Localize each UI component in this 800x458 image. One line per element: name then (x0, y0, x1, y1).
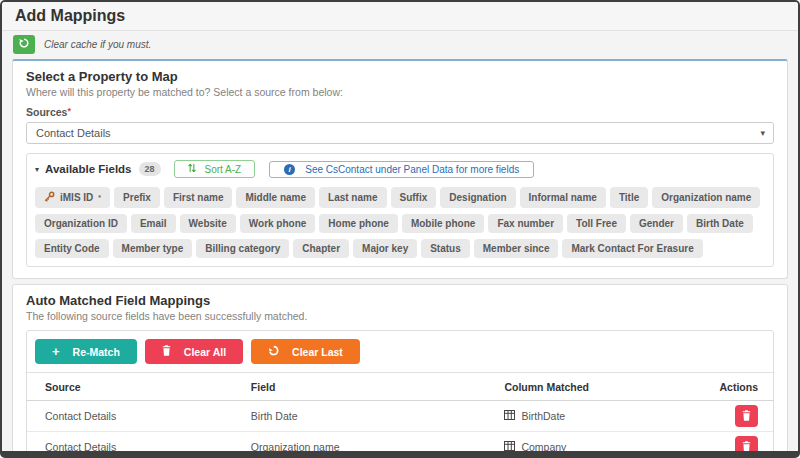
field-chip[interactable]: Mark Contact For Erasure (562, 239, 702, 258)
delete-mapping-button[interactable] (735, 436, 758, 458)
select-property-subtitle: Where will this property be matched to? … (26, 86, 774, 98)
sort-az-button[interactable]: Sort A-Z (174, 160, 256, 178)
recycle-icon (18, 37, 30, 52)
col-header-actions: Actions (713, 373, 773, 401)
sources-select[interactable]: Contact Details ▾ (26, 122, 774, 144)
field-chip-label: Entity Code (44, 243, 100, 254)
cscontact-info-label: See CsContact under Panel Data for more … (305, 164, 519, 175)
field-chip-label: Last name (328, 192, 377, 203)
field-chip[interactable]: Title (610, 187, 648, 208)
field-chip-label: Home phone (328, 218, 389, 229)
clear-last-button[interactable]: Clear Last (251, 339, 360, 364)
undo-icon (268, 345, 279, 358)
field-chip-label: Suffix (400, 192, 428, 203)
trash-icon (162, 345, 171, 358)
field-chip-label: Gender (639, 218, 674, 229)
page-title: Add Mappings (15, 7, 786, 25)
available-fields-toggle[interactable]: ▾ Available Fields (35, 163, 132, 175)
field-chip[interactable]: Work phone (240, 214, 316, 233)
field-chip[interactable]: Informal name (520, 187, 606, 208)
field-chip-label: Billing category (205, 243, 280, 254)
field-chip[interactable]: Billing category (196, 239, 289, 258)
clear-last-label: Clear Last (292, 346, 343, 358)
field-chip[interactable]: Designation (440, 187, 515, 208)
field-chip[interactable]: First name (164, 187, 233, 208)
field-chip-label: Major key (362, 243, 408, 254)
field-chip-label: Birth Date (696, 218, 744, 229)
clear-all-button[interactable]: Clear All (145, 339, 243, 364)
rematch-button[interactable]: + Re-Match (35, 339, 137, 364)
cell-column-matched: Company (504, 432, 713, 458)
field-chip-label: Chapter (302, 243, 340, 254)
field-chip-label: Title (619, 192, 639, 203)
key-icon (44, 191, 55, 204)
field-chip[interactable]: Website (180, 214, 236, 233)
field-chip-label: Mobile phone (411, 218, 475, 229)
field-chip-label: Website (189, 218, 227, 229)
field-chip[interactable]: Prefix (114, 187, 160, 208)
field-chip[interactable]: Home phone (319, 214, 398, 233)
field-chip[interactable]: Email (131, 214, 176, 233)
field-chip[interactable]: Toll Free (567, 214, 626, 233)
column-matched-label: Company (521, 441, 566, 453)
field-chip-label: Informal name (529, 192, 597, 203)
col-header-field: Field (251, 373, 505, 401)
info-icon: i (284, 164, 295, 175)
field-chip[interactable]: Gender (630, 214, 683, 233)
required-marker: * (67, 106, 71, 116)
chevron-down-icon: ▾ (760, 128, 765, 138)
field-chip-label: Member type (122, 243, 184, 254)
delete-mapping-button[interactable] (735, 405, 758, 427)
field-chip-label: Designation (449, 192, 506, 203)
auto-matched-card: Auto Matched Field Mappings The followin… (12, 284, 788, 458)
trash-icon (742, 409, 751, 424)
field-chip[interactable]: Status (421, 239, 470, 258)
cell-actions (713, 401, 773, 432)
available-fields-box: ▾ Available Fields 28 Sort A-Z i See CsC… (26, 153, 774, 267)
field-chip[interactable]: Entity Code (35, 239, 109, 258)
caret-down-icon: ▾ (35, 165, 39, 174)
available-fields-label: Available Fields (45, 163, 132, 175)
clear-cache-button[interactable] (13, 35, 35, 54)
field-chip[interactable]: Last name (319, 187, 386, 208)
field-chip-label: First name (173, 192, 224, 203)
rematch-label: Re-Match (73, 346, 120, 358)
mapping-actions-row: + Re-Match Clear All (27, 339, 773, 372)
field-chip[interactable]: iMIS ID* (35, 187, 110, 208)
cell-source: Contact Details (27, 432, 251, 458)
field-chip[interactable]: Member type (113, 239, 193, 258)
cscontact-info-button[interactable]: i See CsContact under Panel Data for mor… (269, 161, 534, 178)
col-header-source: Source (27, 373, 251, 401)
plus-icon: + (52, 344, 60, 359)
field-chip-label: Organization ID (44, 218, 118, 229)
field-chip[interactable]: Organization name (652, 187, 760, 208)
field-chip[interactable]: Chapter (293, 239, 349, 258)
field-chip-label: Email (140, 218, 167, 229)
cell-source: Contact Details (27, 401, 251, 432)
cell-column-matched: BirthDate (504, 401, 713, 432)
field-chip-label: Organization name (661, 192, 751, 203)
field-chip[interactable]: Middle name (236, 187, 315, 208)
field-chip[interactable]: Mobile phone (402, 214, 484, 233)
clear-all-label: Clear All (184, 346, 226, 358)
field-chip[interactable]: Organization ID (35, 214, 127, 233)
table-row: Contact DetailsBirth DateBirthDate (27, 401, 773, 432)
required-marker: * (98, 194, 101, 201)
fields-count-badge: 28 (139, 162, 161, 176)
clear-cache-row: Clear cache if you must. (2, 31, 798, 59)
sources-label: Sources* (26, 106, 774, 118)
auto-matched-subtitle: The following source fields have been su… (26, 310, 774, 322)
field-chip[interactable]: Major key (353, 239, 417, 258)
field-chip-label: Mark Contact For Erasure (571, 243, 693, 254)
cell-field: Birth Date (251, 401, 505, 432)
matched-mappings-box: + Re-Match Clear All (26, 330, 774, 458)
field-chip[interactable]: Fax number (488, 214, 563, 233)
auto-matched-title: Auto Matched Field Mappings (26, 293, 774, 308)
mappings-table: Source Field Column Matched Actions Cont… (27, 372, 773, 458)
table-grid-icon (504, 441, 515, 453)
field-chip[interactable]: Member since (474, 239, 559, 258)
field-chip[interactable]: Suffix (391, 187, 437, 208)
cell-actions (713, 432, 773, 458)
field-chip-label: Prefix (123, 192, 151, 203)
field-chip[interactable]: Birth Date (687, 214, 753, 233)
